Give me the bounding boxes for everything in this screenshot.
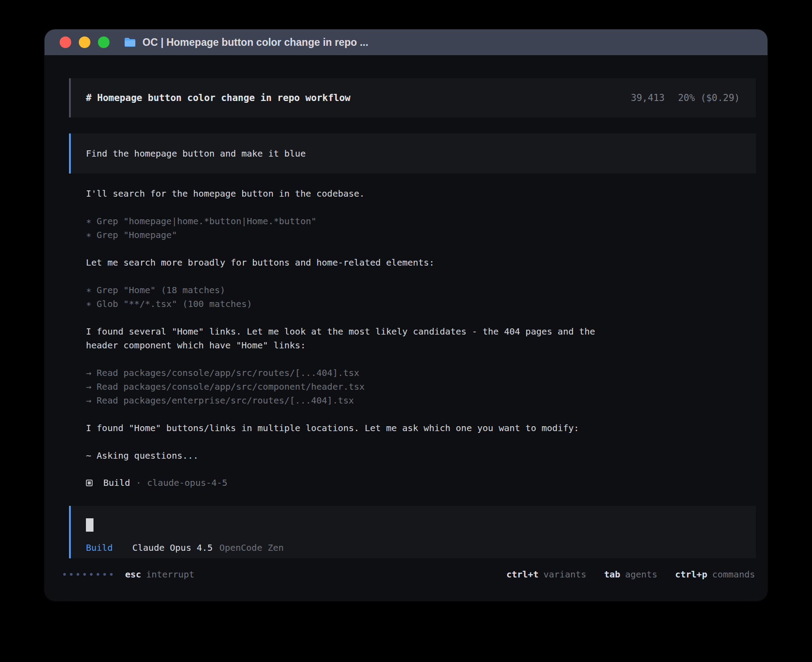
model-label[interactable]: Claude Opus 4.5 <box>132 542 213 553</box>
transcript-line: ∗ Grep "homepage|home.*button|Home.*butt… <box>86 214 622 228</box>
transcript-line: Let me search more broadly for buttons a… <box>86 256 622 270</box>
token-count: 39,413 <box>631 93 665 103</box>
transcript-line: ~ Asking questions... <box>86 449 622 463</box>
transcript-line: I found "Home" buttons/links in multiple… <box>86 421 622 435</box>
session-stats: 39,413 20% ($0.29) <box>631 93 740 103</box>
close-button[interactable] <box>60 36 71 48</box>
transcript-line: I'll search for the homepage button in t… <box>86 187 622 201</box>
session-content: # Homepage button color change in repo w… <box>45 55 767 558</box>
prompt-input[interactable]: Build Claude Opus 4.5 OpenCode Zen <box>69 506 756 558</box>
transcript-line: ∗ Grep "Home" (18 matches) <box>86 283 622 297</box>
agent-model: claude-opus-4-5 <box>147 476 227 490</box>
transcript-line: → Read packages/console/app/src/componen… <box>86 380 622 394</box>
transcript-line: ∗ Glob "**/*.tsx" (100 matches) <box>86 297 622 311</box>
transcript-line: → Read packages/enterprise/src/routes/[.… <box>86 394 622 408</box>
spinner-dot <box>70 573 73 576</box>
status-bar: esc interrupt ctrl+tvariantstabagentsctr… <box>45 558 767 601</box>
shortcut-ctrl-t: ctrl+tvariants <box>506 569 586 580</box>
transcript-line <box>86 311 622 325</box>
session-title: # Homepage button color change in repo w… <box>86 93 350 103</box>
input-mode-line: Build Claude Opus 4.5 OpenCode Zen <box>86 542 741 553</box>
transcript-line <box>86 408 622 421</box>
agent-square-icon <box>86 480 93 486</box>
provider-label: OpenCode Zen <box>219 542 284 553</box>
folder-icon <box>124 37 136 48</box>
transcript-line: I found several "Home" links. Let me loo… <box>86 325 622 352</box>
agent-name: Build <box>103 476 130 490</box>
interrupt-label: interrupt <box>146 569 194 580</box>
context-usage: 20% ($0.29) <box>678 93 740 103</box>
spinner-dot <box>103 573 106 576</box>
agent-status: Build · claude-opus-4-5 <box>86 476 756 490</box>
shortcut-ctrl-p: ctrl+pcommands <box>675 569 755 580</box>
terminal-window: OC | Homepage button color change in rep… <box>45 29 767 601</box>
traffic-lights <box>60 36 110 48</box>
transcript-line <box>86 435 622 449</box>
zoom-button[interactable] <box>98 36 110 48</box>
transcript-line: ∗ Grep "Homepage" <box>86 228 622 242</box>
spinner-dot <box>90 573 93 576</box>
user-message-text: Find the homepage button and make it blu… <box>86 148 306 159</box>
spinner-dot <box>97 573 99 576</box>
transcript-line <box>86 352 622 366</box>
window-titlebar: OC | Homepage button color change in rep… <box>45 29 767 55</box>
spinner-dot <box>83 573 86 576</box>
spinner-dots <box>63 573 113 576</box>
transcript-line <box>86 201 622 214</box>
shortcut-tab: tabagents <box>604 569 657 580</box>
transcript-line: → Read packages/console/app/src/routes/[… <box>86 366 622 380</box>
transcript-line <box>86 270 622 283</box>
minimize-button[interactable] <box>79 36 90 48</box>
esc-key: esc <box>125 569 141 580</box>
agent-separator: · <box>136 476 141 490</box>
shortcut-hints: ctrl+tvariantstabagentsctrl+pcommands <box>506 569 755 580</box>
spinner-dot <box>110 573 113 576</box>
spinner-dot <box>63 573 66 576</box>
user-message: Find the homepage button and make it blu… <box>69 133 756 174</box>
spinner-dot <box>77 573 79 576</box>
mode-badge[interactable]: Build <box>86 542 113 553</box>
text-cursor <box>86 518 93 532</box>
title-group: OC | Homepage button color change in rep… <box>124 36 368 48</box>
assistant-transcript: I'll search for the homepage button in t… <box>86 187 622 463</box>
status-left: esc interrupt <box>63 569 195 580</box>
session-header: # Homepage button color change in repo w… <box>69 78 756 117</box>
window-title: OC | Homepage button color change in rep… <box>142 36 368 48</box>
transcript-line <box>86 242 622 256</box>
